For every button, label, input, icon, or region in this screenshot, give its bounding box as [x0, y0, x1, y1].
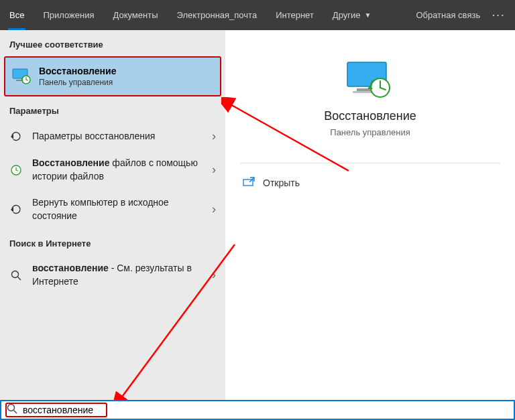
hero-title: Восстановление: [39, 66, 116, 76]
search-icon: [9, 270, 23, 281]
preview-panel: Восстановление Панель управления Открыть: [225, 30, 515, 400]
recovery-settings-icon: [9, 131, 23, 143]
result-label: Параметры восстановления: [32, 130, 203, 143]
search-bar[interactable]: [0, 400, 515, 420]
tab-other[interactable]: Другие ▼: [323, 0, 381, 30]
svg-line-21: [14, 411, 17, 414]
result-file-history[interactable]: Восстановление файлов с помощью истории …: [0, 150, 225, 190]
preview-title: Восстановление: [324, 109, 416, 123]
hero-sub: Панель управления: [39, 78, 116, 87]
monitor-clock-icon: [343, 60, 397, 100]
open-action[interactable]: Открыть: [225, 170, 515, 195]
open-label: Открыть: [263, 178, 300, 188]
tab-apps[interactable]: Приложения: [34, 0, 103, 30]
result-reset-pc[interactable]: Вернуть компьютер в исходное состояние ›: [0, 190, 225, 229]
tab-email[interactable]: Электронная_почта: [167, 0, 266, 30]
chevron-right-icon: ›: [212, 202, 216, 216]
top-tabs-bar: Все Приложения Документы Электронная_поч…: [0, 0, 515, 30]
result-label: восстановление - См. результаты в Интерн…: [32, 262, 203, 288]
tab-internet[interactable]: Интернет: [266, 0, 323, 30]
chevron-right-icon: ›: [212, 268, 216, 282]
result-web-search[interactable]: восстановление - См. результаты в Интерн…: [0, 255, 225, 295]
section-params-header: Параметры: [0, 96, 225, 123]
search-input[interactable]: [23, 405, 508, 415]
reset-pc-icon: [9, 204, 23, 216]
svg-line-8: [18, 277, 21, 280]
search-icon: [7, 403, 17, 417]
chevron-down-icon: ▼: [364, 11, 371, 19]
result-recovery-panel[interactable]: Восстановление Панель управления: [4, 56, 221, 96]
divider: [240, 163, 500, 163]
result-label: Восстановление файлов с помощью истории …: [32, 157, 203, 183]
open-icon: [243, 177, 255, 188]
feedback-link[interactable]: Обратная связь: [406, 0, 490, 30]
tab-docs[interactable]: Документы: [103, 0, 167, 30]
preview-sub: Панель управления: [330, 127, 410, 137]
section-web-header: Поиск в Интернете: [0, 229, 225, 255]
svg-point-20: [8, 405, 15, 411]
result-recovery-settings[interactable]: Параметры восстановления ›: [0, 123, 225, 150]
section-best-header: Лучшее соответствие: [0, 30, 225, 56]
more-icon[interactable]: ···: [490, 0, 515, 30]
file-history-icon: [9, 164, 23, 176]
chevron-right-icon: ›: [212, 163, 216, 177]
chevron-right-icon: ›: [212, 129, 216, 143]
results-panel: Лучшее соответствие Восстановление Панел…: [0, 30, 225, 400]
result-label: Вернуть компьютер в исходное состояние: [32, 196, 203, 222]
monitor-clock-icon: [12, 67, 31, 86]
tab-all[interactable]: Все: [0, 0, 34, 30]
svg-point-7: [12, 271, 19, 277]
